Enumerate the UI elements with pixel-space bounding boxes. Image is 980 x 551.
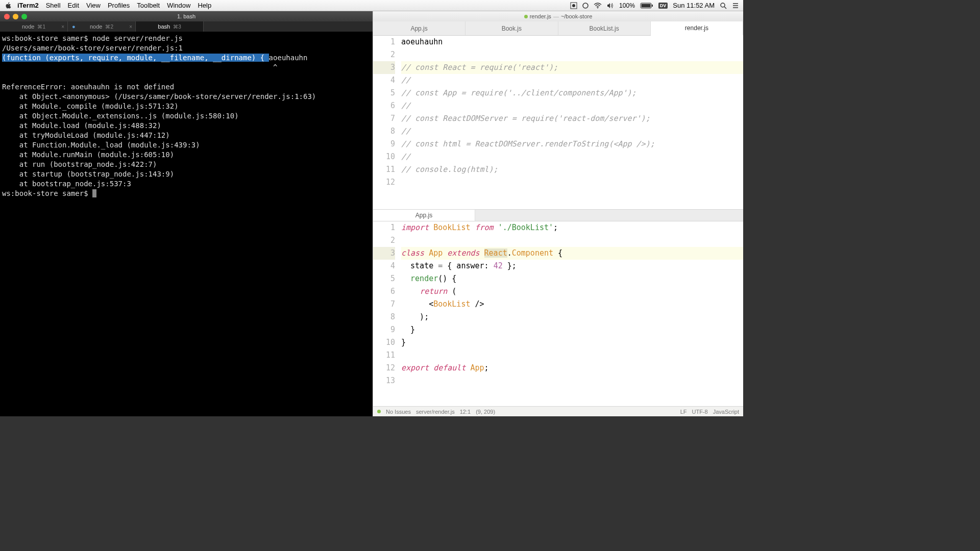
status-issues[interactable]: No Issues bbox=[386, 409, 411, 415]
status-eol[interactable]: LF bbox=[680, 409, 687, 415]
menu-view[interactable]: View bbox=[86, 2, 101, 9]
app-name: iTerm2 bbox=[17, 2, 39, 9]
stop-icon[interactable] bbox=[582, 3, 589, 9]
tab-close-icon[interactable]: × bbox=[61, 24, 64, 30]
editor-split-tabbar: App.js bbox=[373, 209, 743, 221]
terminal-output[interactable]: ws:book-store samer$ node server/render.… bbox=[0, 32, 373, 416]
terminal-title: 1. bash bbox=[177, 13, 195, 19]
terminal-tab[interactable]: bash⌘3 bbox=[136, 21, 204, 32]
editor-bottom-pane[interactable]: 12345678910111213 import BookList from '… bbox=[373, 221, 743, 406]
terminal-window: 1. bash node⌘1×●node⌘2×bash⌘3 ws:book-st… bbox=[0, 11, 373, 416]
split-tab[interactable]: App.js bbox=[373, 210, 475, 221]
svg-point-7 bbox=[721, 3, 725, 7]
menu-shell[interactable]: Shell bbox=[46, 2, 61, 9]
status-sel: (9, 209) bbox=[476, 409, 495, 415]
menu-edit[interactable]: Edit bbox=[68, 2, 79, 9]
editor-tab[interactable]: BookList.js bbox=[558, 21, 651, 35]
spotlight-icon[interactable] bbox=[720, 2, 727, 9]
battery-percent: 100% bbox=[619, 2, 635, 9]
editor-tabbar: App.jsBook.jsBookList.jsrender.js bbox=[373, 21, 743, 36]
editor-window: render.js — ~/book-store App.jsBook.jsBo… bbox=[373, 11, 743, 416]
editor-titlebar[interactable]: render.js — ~/book-store bbox=[373, 11, 743, 21]
close-icon[interactable] bbox=[4, 14, 10, 19]
notif-icon[interactable] bbox=[732, 3, 739, 9]
editor-tab[interactable]: render.js bbox=[651, 21, 743, 36]
editor-title-path: ~/book-store bbox=[561, 13, 592, 19]
volume-icon[interactable] bbox=[607, 3, 614, 9]
menu-window[interactable]: Window bbox=[167, 2, 190, 9]
modified-dot-icon bbox=[524, 15, 528, 18]
svg-point-2 bbox=[583, 3, 588, 8]
editor-tab[interactable]: Book.js bbox=[465, 21, 558, 35]
wifi-icon[interactable] bbox=[594, 3, 602, 9]
menubar-clock[interactable]: Sun 11:52 AM bbox=[673, 2, 715, 9]
terminal-tabbar: node⌘1×●node⌘2×bash⌘3 bbox=[0, 21, 373, 32]
terminal-titlebar[interactable]: 1. bash bbox=[0, 11, 373, 21]
status-path[interactable]: server/render.js bbox=[416, 409, 455, 415]
svg-rect-5 bbox=[641, 4, 650, 7]
dash-icon[interactable]: DV bbox=[658, 3, 668, 9]
window-controls[interactable] bbox=[4, 14, 27, 19]
terminal-tab[interactable]: ●node⌘2× bbox=[68, 21, 136, 32]
svg-line-8 bbox=[724, 7, 726, 9]
status-dot-icon bbox=[377, 410, 381, 413]
status-enc[interactable]: UTF-8 bbox=[692, 409, 707, 415]
screenrec-icon[interactable] bbox=[570, 2, 577, 9]
svg-rect-6 bbox=[652, 5, 653, 7]
macos-menubar: iTerm2 Shell Edit View Profiles Toolbelt… bbox=[0, 0, 743, 11]
menu-help[interactable]: Help bbox=[198, 2, 211, 9]
editor-title-file: render.js bbox=[530, 13, 551, 19]
tab-close-icon[interactable]: × bbox=[129, 24, 132, 30]
editor-tab[interactable]: App.js bbox=[373, 21, 465, 35]
status-pos[interactable]: 12:1 bbox=[460, 409, 471, 415]
editor-statusbar: No Issues server/render.js 12:1 (9, 209)… bbox=[373, 406, 743, 416]
svg-point-1 bbox=[572, 4, 575, 7]
minimize-icon[interactable] bbox=[13, 14, 18, 19]
terminal-tab[interactable]: node⌘1× bbox=[0, 21, 68, 32]
menu-toolbelt[interactable]: Toolbelt bbox=[137, 2, 160, 9]
svg-point-3 bbox=[597, 7, 598, 8]
zoom-icon[interactable] bbox=[21, 14, 27, 19]
apple-logo-icon bbox=[4, 2, 12, 10]
editor-top-pane[interactable]: 123456789101112 aoeuhauhn // const React… bbox=[373, 36, 743, 209]
status-lang[interactable]: JavaScript bbox=[713, 409, 739, 415]
menu-profiles[interactable]: Profiles bbox=[108, 2, 130, 9]
battery-icon bbox=[640, 3, 653, 9]
